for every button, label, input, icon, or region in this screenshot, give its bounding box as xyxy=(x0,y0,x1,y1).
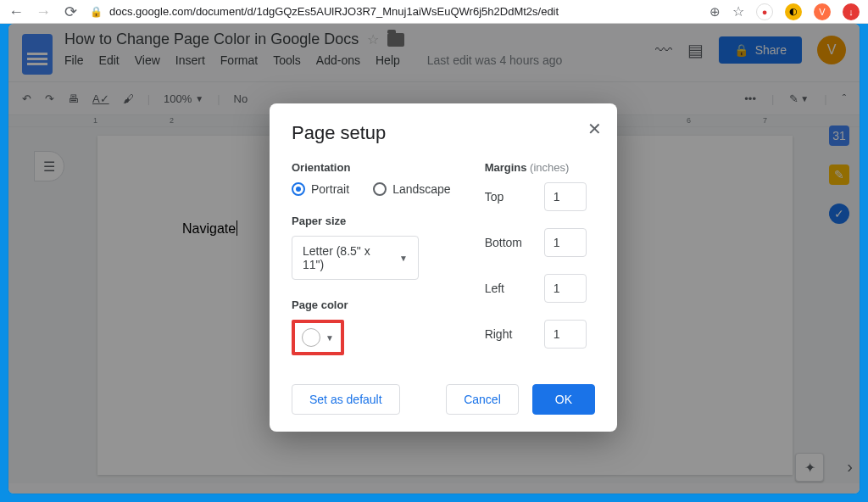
radio-icon xyxy=(292,182,305,196)
margin-right-label: Right xyxy=(485,327,536,341)
back-button[interactable]: ← xyxy=(8,4,24,20)
dialog-title: Page setup xyxy=(292,122,595,144)
forward-button[interactable]: → xyxy=(36,4,51,20)
bookmark-star-icon[interactable]: ☆ xyxy=(732,3,744,20)
address-bar[interactable]: 🔒 docs.google.com/document/d/1dgGQzEs5AU… xyxy=(90,5,698,18)
cancel-button[interactable]: Cancel xyxy=(446,384,519,415)
extension-icon-2[interactable]: ◐ xyxy=(785,3,802,20)
ok-button[interactable]: OK xyxy=(532,384,595,415)
set-default-button[interactable]: Set as default xyxy=(292,384,400,415)
margin-bottom-input[interactable] xyxy=(544,228,587,257)
reload-button[interactable]: ⟳ xyxy=(63,4,78,20)
margin-left-input[interactable] xyxy=(544,274,587,303)
extension-icon-3[interactable]: ↓ xyxy=(843,3,860,20)
orientation-landscape-radio[interactable]: Landscape xyxy=(373,182,451,196)
extension-icon-1[interactable]: ● xyxy=(756,3,773,20)
color-swatch-icon xyxy=(302,328,320,347)
chevron-down-icon: ▼ xyxy=(399,254,408,263)
margin-left-label: Left xyxy=(485,282,536,295)
margin-top-input[interactable] xyxy=(544,182,587,211)
browser-chrome: ← → ⟳ 🔒 docs.google.com/document/d/1dgGQ… xyxy=(0,0,868,24)
google-docs-app: How to Change Page Color in Google Docs … xyxy=(8,24,860,494)
profile-avatar[interactable]: V xyxy=(814,3,831,20)
orientation-label: Orientation xyxy=(292,161,451,174)
paper-size-label: Paper size xyxy=(292,215,451,227)
margin-top-label: Top xyxy=(485,190,536,204)
margins-label: Margins (inches) xyxy=(485,161,595,174)
chevron-down-icon: ▼ xyxy=(326,333,334,343)
margin-right-input[interactable] xyxy=(544,320,587,349)
page-color-label: Page color xyxy=(292,298,451,311)
zoom-icon[interactable]: ⊕ xyxy=(709,4,721,20)
margin-bottom-label: Bottom xyxy=(485,236,536,249)
orientation-portrait-radio[interactable]: Portrait xyxy=(292,182,349,196)
lock-icon: 🔒 xyxy=(90,6,103,18)
url-text: docs.google.com/document/d/1dgGQzEs5AUlR… xyxy=(109,5,559,18)
page-setup-dialog: Page setup ✕ Orientation Portrait Landsc… xyxy=(270,103,617,432)
close-icon[interactable]: ✕ xyxy=(587,119,602,139)
radio-icon xyxy=(373,182,387,196)
page-color-selector[interactable]: ▼ xyxy=(292,320,344,355)
paper-size-select[interactable]: Letter (8.5" x 11") ▼ xyxy=(292,236,419,280)
